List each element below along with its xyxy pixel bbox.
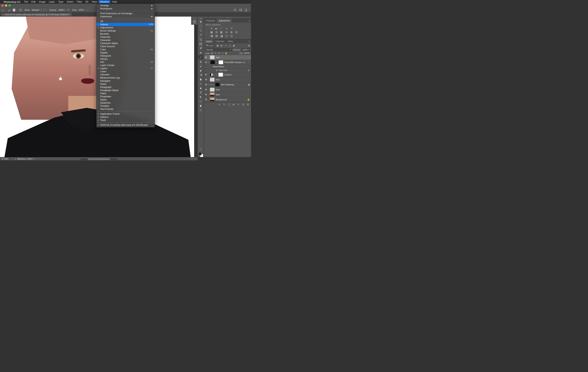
type-tool[interactable] [198,90,203,95]
layers-panel-menu-icon[interactable]: ≡ [248,40,251,42]
gradient-map-icon[interactable]: ▭ [225,34,228,37]
menu-item-brushes[interactable]: Brushes [96,32,155,35]
color-swatches[interactable] [198,152,203,157]
menu-item-channels[interactable]: Channels [96,35,155,39]
zoom-window-button[interactable] [9,4,11,7]
layer-row[interactable]: 👁⎆⎆Levels 1 [204,72,251,77]
history-brush-tool[interactable] [198,64,203,68]
layer-name[interactable]: Skin Softening [221,83,248,86]
invert-icon[interactable]: ◨ [210,34,213,37]
minimize-window-button[interactable] [5,4,7,7]
menu-item-tool-presets[interactable]: Tool Presets [96,108,155,111]
lock-artboard-icon[interactable]: ▢ [221,52,224,54]
menu-edit[interactable]: Edit [30,0,37,3]
hue-icon[interactable]: ▦ [210,30,213,34]
new-group-icon[interactable]: 🗀 [237,103,240,106]
crop-tool[interactable] [198,37,203,41]
layer-fx-indicator[interactable]: ▣ [248,83,250,86]
menu-item-arrange[interactable]: Arrange▶ [96,4,155,7]
dodge-tool[interactable] [198,82,203,86]
smart-object-collapse-icon[interactable]: ⌃ [248,61,250,64]
layer-name[interactable]: heal [216,89,250,91]
menu-item-swatches[interactable]: Swatches [96,101,155,104]
menu-item-notes[interactable]: Notes [96,82,155,86]
edit-toolbar-icon[interactable]: ••• [199,148,202,150]
tool-preset-picker[interactable] [8,8,11,12]
eraser-tool[interactable] [198,68,203,72]
menu-help[interactable]: Help [110,0,119,3]
layer-thumbnail[interactable] [210,92,215,97]
menu-item-find-extensions-on-exchange-[interactable]: Find Extensions on Exchange... [96,12,155,15]
color-lookup-icon[interactable]: ⊟ [235,30,238,34]
menu-layer[interactable]: Layer [47,0,57,3]
menu-item-styles[interactable]: Styles [96,98,155,101]
layer-visibility-icon[interactable]: 👁 [204,78,208,81]
menu-item-learn[interactable]: Learn [96,70,155,73]
posterize-icon[interactable]: ▤ [215,34,218,37]
menu-type[interactable]: Type [56,0,65,3]
menu-item-paragraph-styles[interactable]: Paragraph Styles [96,89,155,92]
layer-visibility-icon[interactable]: 👁 [204,93,208,96]
vibrance-icon[interactable]: ▽ [230,27,233,30]
channel-mixer-icon[interactable]: ⊞ [230,30,233,34]
menu-item-layer-comps[interactable]: Layer Comps [96,64,155,67]
tab-adjustments[interactable]: Adjustments [217,19,232,23]
airbrush-icon[interactable] [86,8,89,12]
bw-icon[interactable]: ◧ [220,30,223,34]
layer-row[interactable]: 👁heal [204,55,251,60]
zoom-tool[interactable] [198,108,203,112]
path-select-tool[interactable] [198,95,203,99]
menu-item-adjustments[interactable]: ✓Adjustments [96,26,155,29]
threshold-icon[interactable]: ◪ [220,34,223,37]
marquee-tool[interactable] [198,24,203,28]
menu-filter[interactable]: Filter [75,0,84,3]
document-tab[interactable]: × 2019-04-13-ashley-with-sony-a7r-iii313… [1,13,72,16]
layer-lock-icon[interactable]: 🔒 [247,98,250,101]
layer-mask-thumbnail[interactable] [218,73,223,77]
layer-filter-kind[interactable]: 🔍 Kind▾ [205,44,215,47]
layer-name[interactable]: start [216,93,250,96]
layer-row[interactable]: 👁▸🗀⎆Skin Softening▣ [204,82,251,87]
layer-blend-mode[interactable]: Normal▾ [205,48,232,51]
workspace-switcher-icon[interactable] [239,9,243,11]
pen-tool[interactable] [198,86,203,90]
layer-name[interactable]: Levels 1 [224,74,250,76]
layer-mask-thumbnail[interactable] [215,83,220,87]
menu-item-options[interactable]: ✓Options [96,115,155,119]
close-tab-icon[interactable]: × [3,13,4,16]
menu-item-glyphs[interactable]: Glyphs [96,51,155,54]
zoom-readout[interactable]: 37.39% [1,158,8,160]
filter-shape-icon[interactable]: ▱ [228,44,231,47]
layer-name[interactable]: heal [216,56,250,59]
tab-layers[interactable]: Layers [204,39,214,43]
layer-thumbnail[interactable] [210,60,215,64]
selective-color-icon[interactable]: ◫ [230,34,233,37]
menu-item-brush-settings[interactable]: Brush SettingsF5 [96,29,155,32]
menu-image[interactable]: Image [37,0,47,3]
menu-item-histogram[interactable]: Histogram [96,54,155,57]
layer-disclosure-icon[interactable]: ▾ [208,61,210,63]
menu-item-character[interactable]: Character [96,39,155,42]
layer-visibility-icon[interactable]: 👁 [204,61,208,64]
fill-value[interactable]: 100%▾ [244,52,250,54]
flow-dropdown[interactable]: 37%▾ [78,8,85,12]
new-layer-icon[interactable]: ⊞ [242,103,245,106]
close-window-button[interactable] [1,4,4,7]
filter-toggle[interactable] [248,45,250,47]
menu-item-layers[interactable]: ✓LayersF7 [96,67,155,70]
gradient-tool[interactable] [198,73,203,77]
smart-filter-item[interactable]: 👁High Pass⚙ [204,69,251,72]
layer-mask-thumbnail[interactable] [219,60,223,64]
layer-row[interactable]: 👁start [204,92,251,97]
layer-thumbnail[interactable] [210,98,215,101]
menu-item-color[interactable]: ColorF6 [96,48,155,51]
tab-paths[interactable]: Paths [226,39,235,43]
menu-item-tools[interactable]: ✓Tools [96,119,155,122]
menu-item-actions[interactable]: Actions⌥F9 [96,23,155,26]
panel-menu-icon[interactable]: ≡ [248,20,251,22]
brush-settings-toggle[interactable] [19,8,22,12]
layer-thumbnail[interactable] [210,88,215,92]
eyedropper-tool[interactable] [198,46,203,50]
lock-pixels-icon[interactable]: ✎ [214,52,217,54]
menu-item-clone-source[interactable]: Clone Source [96,45,155,48]
